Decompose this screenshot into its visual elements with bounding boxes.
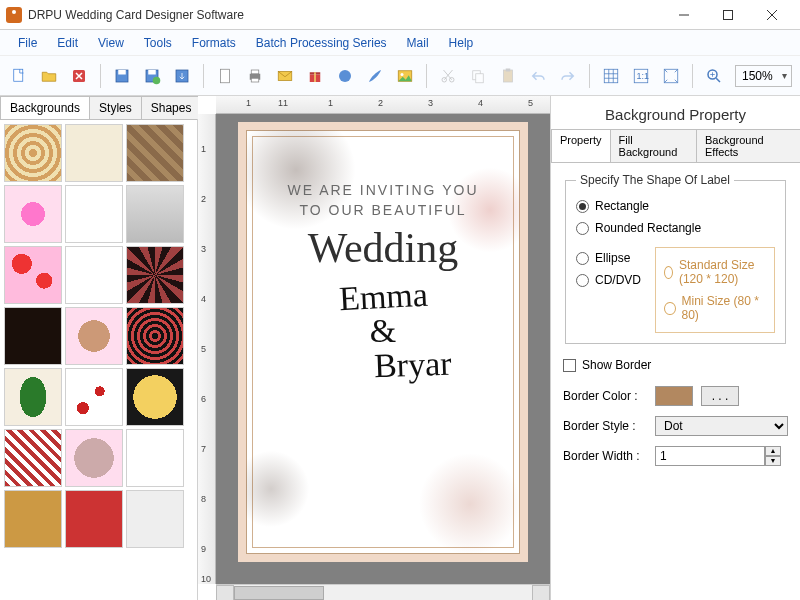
thumbnail[interactable] — [65, 368, 123, 426]
tab-backgrounds[interactable]: Backgrounds — [0, 96, 90, 119]
undo-icon[interactable] — [525, 63, 551, 89]
card-line-2[interactable]: TO OUR BEAUTIFUL — [299, 202, 466, 218]
toolbar: 1:1 150% — [0, 56, 800, 96]
thumbnail[interactable] — [126, 307, 184, 365]
export-icon[interactable] — [169, 63, 195, 89]
menu-help[interactable]: Help — [439, 32, 484, 54]
card-line-3[interactable]: Wedding — [308, 224, 459, 272]
menu-mail[interactable]: Mail — [397, 32, 439, 54]
menu-edit[interactable]: Edit — [47, 32, 88, 54]
thumbnail[interactable] — [4, 368, 62, 426]
menu-formats[interactable]: Formats — [182, 32, 246, 54]
brush-icon[interactable] — [362, 63, 388, 89]
wedding-card[interactable]: WE ARE INVITING YOU TO OUR BEAUTIFUL Wed… — [238, 122, 528, 562]
thumbnail[interactable] — [65, 307, 123, 365]
thumbnail[interactable] — [126, 429, 184, 487]
card-line-1[interactable]: WE ARE INVITING YOU — [288, 182, 479, 198]
close-button[interactable] — [750, 0, 794, 30]
thumbnail[interactable] — [65, 185, 123, 243]
thumbnail[interactable] — [126, 185, 184, 243]
ruler-tick: 3 — [428, 98, 433, 108]
checkbox-label: Show Border — [582, 358, 651, 372]
radio-cddvd[interactable]: CD/DVD — [576, 269, 641, 291]
ruler-tick: 5 — [201, 344, 206, 354]
horizontal-scrollbar[interactable] — [216, 584, 550, 600]
radio-standard-size[interactable]: Standard Size (120 * 120) — [664, 254, 766, 290]
thumbnail[interactable] — [4, 185, 62, 243]
gift-icon[interactable] — [302, 63, 328, 89]
svg-rect-24 — [504, 70, 513, 82]
thumbnail[interactable] — [126, 124, 184, 182]
tab-property[interactable]: Property — [551, 129, 611, 163]
print-icon[interactable] — [242, 63, 268, 89]
page-icon[interactable] — [212, 63, 238, 89]
thumbnail[interactable] — [126, 368, 184, 426]
radio-icon — [664, 302, 675, 315]
thumbnail[interactable] — [4, 307, 62, 365]
svg-rect-25 — [506, 68, 511, 71]
image-icon[interactable] — [392, 63, 418, 89]
thumbnail[interactable] — [65, 429, 123, 487]
menu-tools[interactable]: Tools — [134, 32, 182, 54]
thumbnail[interactable] — [4, 124, 62, 182]
menu-view[interactable]: View — [88, 32, 134, 54]
spinner-up[interactable]: ▲ — [765, 446, 781, 456]
spinner-down[interactable]: ▼ — [765, 456, 781, 466]
card-ampersand[interactable]: & — [370, 312, 396, 350]
radio-rounded-rectangle[interactable]: Rounded Rectangle — [576, 217, 775, 239]
thumbnail[interactable] — [65, 124, 123, 182]
radio-mini-size[interactable]: Mini Size (80 * 80) — [664, 290, 766, 326]
border-width-spinner[interactable]: ▲ ▼ — [655, 446, 781, 466]
radio-rectangle[interactable]: Rectangle — [576, 195, 775, 217]
color-icon[interactable] — [332, 63, 358, 89]
border-color-swatch[interactable] — [655, 386, 693, 406]
zoom-value: 150% — [742, 69, 773, 83]
thumbnail[interactable] — [126, 246, 184, 304]
maximize-button[interactable] — [706, 0, 750, 30]
svg-text:1:1: 1:1 — [637, 71, 650, 81]
toolbar-separator — [426, 64, 427, 88]
card-name-2[interactable]: Bryar — [374, 345, 453, 386]
border-color-more-button[interactable]: . . . — [701, 386, 739, 406]
save-as-icon[interactable] — [139, 63, 165, 89]
checkbox-show-border[interactable]: Show Border — [563, 354, 788, 376]
zoom-icon[interactable] — [701, 63, 727, 89]
thumbnail[interactable] — [4, 490, 62, 548]
border-style-select[interactable]: Dot — [655, 416, 788, 436]
tab-background-effects[interactable]: Background Effects — [696, 129, 800, 163]
save-icon[interactable] — [109, 63, 135, 89]
minimize-button[interactable] — [662, 0, 706, 30]
tab-shapes[interactable]: Shapes — [141, 96, 202, 119]
open-icon[interactable] — [36, 63, 62, 89]
canvas-stage[interactable]: WE ARE INVITING YOU TO OUR BEAUTIFUL Wed… — [216, 114, 550, 584]
radio-ellipse[interactable]: Ellipse — [576, 247, 641, 269]
thumbnail[interactable] — [4, 246, 62, 304]
copy-icon[interactable] — [465, 63, 491, 89]
delete-icon[interactable] — [66, 63, 92, 89]
border-width-input[interactable] — [655, 446, 765, 466]
card-name-1[interactable]: Emma — [338, 276, 429, 319]
thumbnail[interactable] — [126, 490, 184, 548]
fit-icon[interactable] — [658, 63, 684, 89]
redo-icon[interactable] — [555, 63, 581, 89]
menu-batch[interactable]: Batch Processing Series — [246, 32, 397, 54]
thumbnail[interactable] — [4, 429, 62, 487]
actual-size-icon[interactable]: 1:1 — [628, 63, 654, 89]
border-color-label: Border Color : — [563, 389, 647, 403]
paste-icon[interactable] — [495, 63, 521, 89]
cut-icon[interactable] — [435, 63, 461, 89]
scrollbar-thumb[interactable] — [234, 586, 324, 600]
thumbnail[interactable] — [65, 246, 123, 304]
grid-icon[interactable] — [598, 63, 624, 89]
zoom-select[interactable]: 150% — [735, 65, 792, 87]
svg-point-17 — [339, 70, 351, 82]
tab-fill-background[interactable]: Fill Background — [610, 129, 697, 163]
menu-file[interactable]: File — [8, 32, 47, 54]
thumbnail[interactable] — [65, 490, 123, 548]
background-thumbnails[interactable] — [0, 120, 197, 600]
ruler-tick: 2 — [201, 194, 206, 204]
mail-icon[interactable] — [272, 63, 298, 89]
tab-styles[interactable]: Styles — [89, 96, 142, 119]
new-doc-icon[interactable] — [6, 63, 32, 89]
border-style-row: Border Style : Dot — [563, 416, 788, 436]
